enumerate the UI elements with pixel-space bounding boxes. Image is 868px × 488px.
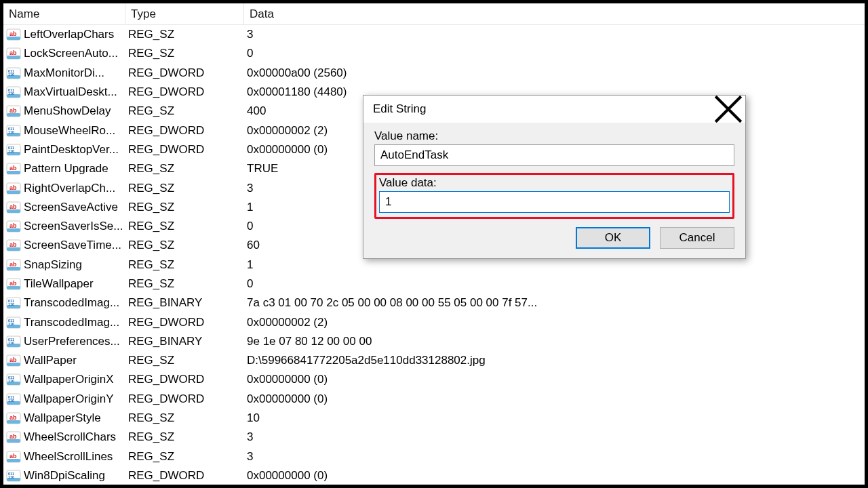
- svg-text:ab: ab: [9, 261, 17, 268]
- value-name: ScreenSaverIsSe...: [24, 220, 125, 233]
- svg-text:ab: ab: [9, 184, 17, 191]
- svg-text:110: 110: [8, 398, 14, 402]
- value-data-field[interactable]: [379, 191, 730, 213]
- value-data-label: Value data:: [379, 176, 730, 190]
- value-data: 10: [244, 411, 865, 425]
- svg-text:ab: ab: [9, 165, 17, 171]
- value-name: MouseWheelRo...: [24, 124, 125, 138]
- value-type: REG_DWORD: [125, 373, 244, 386]
- value-data: 3: [244, 450, 865, 464]
- value-name: LeftOverlapChars: [24, 28, 125, 41]
- value-name: UserPreferences...: [24, 335, 125, 348]
- value-type: REG_SZ: [125, 28, 244, 41]
- svg-text:110: 110: [8, 129, 14, 134]
- value-type: REG_SZ: [125, 220, 244, 233]
- svg-text:ab: ab: [9, 453, 17, 460]
- registry-value-row[interactable]: ab WheelScrollCharsREG_SZ3: [3, 428, 865, 447]
- value-name: Win8DpiScaling: [24, 469, 125, 483]
- string-value-icon: ab: [6, 163, 21, 175]
- string-value-icon: ab: [6, 28, 21, 41]
- value-type: REG_DWORD: [125, 392, 244, 406]
- cancel-button[interactable]: Cancel: [660, 227, 734, 249]
- binary-value-icon: 011 110: [6, 297, 21, 309]
- value-type: REG_SZ: [125, 258, 244, 272]
- string-value-icon: ab: [6, 451, 21, 463]
- svg-text:ab: ab: [9, 222, 17, 229]
- binary-value-icon: 011 110: [6, 393, 21, 405]
- value-name: ScreenSaveTime...: [24, 239, 125, 252]
- value-name-field: [374, 144, 734, 166]
- value-type: REG_DWORD: [125, 469, 244, 483]
- string-value-icon: ab: [6, 182, 21, 195]
- svg-text:ab: ab: [9, 49, 17, 56]
- value-name: WallPaper: [24, 354, 125, 367]
- binary-value-icon: 011 110: [6, 470, 21, 482]
- value-type: REG_SZ: [125, 411, 244, 425]
- value-name: TileWallpaper: [24, 277, 125, 291]
- value-type: REG_SZ: [125, 104, 244, 118]
- value-type: REG_BINARY: [125, 335, 244, 348]
- registry-value-row[interactable]: 011 110 MaxMonitorDi...REG_DWORD0x00000a…: [3, 64, 865, 83]
- registry-value-row[interactable]: 011 110 UserPreferences...REG_BINARY9e 1…: [3, 332, 865, 351]
- value-type: REG_DWORD: [125, 66, 244, 80]
- string-value-icon: ab: [6, 354, 21, 367]
- value-data: 0x00000000 (0): [244, 373, 865, 386]
- svg-text:110: 110: [8, 72, 14, 76]
- value-name: WallpaperOriginX: [24, 373, 125, 386]
- registry-value-row[interactable]: ab WheelScrollLinesREG_SZ3: [3, 447, 865, 466]
- string-value-icon: ab: [6, 220, 21, 232]
- value-name: RightOverlapCh...: [24, 182, 125, 195]
- binary-value-icon: 011 110: [6, 67, 21, 79]
- value-name: LockScreenAuto...: [24, 47, 125, 60]
- registry-value-row[interactable]: ab LeftOverlapCharsREG_SZ3: [3, 25, 865, 44]
- value-name: PaintDesktopVer...: [24, 143, 125, 157]
- value-name: WallpaperOriginY: [24, 392, 125, 406]
- registry-value-row[interactable]: 011 110 WallpaperOriginXREG_DWORD0x00000…: [3, 370, 865, 389]
- svg-text:110: 110: [8, 321, 14, 325]
- column-header-name[interactable]: Name: [3, 3, 125, 24]
- string-value-icon: ab: [6, 47, 21, 60]
- value-data-highlight: Value data:: [374, 173, 734, 219]
- registry-value-row[interactable]: ab TileWallpaperREG_SZ0: [3, 274, 865, 293]
- registry-value-row[interactable]: 011 110 WallpaperOriginYREG_DWORD0x00000…: [3, 390, 865, 409]
- value-type: REG_SZ: [125, 277, 244, 291]
- value-type: REG_SZ: [125, 430, 244, 444]
- registry-value-row[interactable]: ab WallpaperStyleREG_SZ10: [3, 409, 865, 428]
- value-data: 0: [244, 47, 865, 60]
- column-header-data[interactable]: Data: [244, 3, 865, 24]
- value-name: MenuShowDelay: [24, 104, 125, 118]
- registry-value-row[interactable]: ab LockScreenAuto...REG_SZ0: [3, 44, 865, 63]
- value-name: WheelScrollChars: [24, 430, 125, 444]
- value-data: 3: [244, 28, 865, 41]
- value-name: WheelScrollLines: [24, 450, 125, 464]
- close-icon[interactable]: [711, 96, 745, 123]
- svg-text:110: 110: [8, 302, 14, 306]
- svg-text:ab: ab: [9, 203, 17, 210]
- svg-text:110: 110: [8, 148, 14, 152]
- value-name: Pattern Upgrade: [24, 162, 125, 176]
- column-header-type[interactable]: Type: [125, 3, 244, 24]
- registry-value-row[interactable]: 011 110 Win8DpiScalingREG_DWORD0x0000000…: [3, 466, 865, 485]
- value-name: TranscodedImag...: [24, 296, 125, 310]
- value-data: 1: [244, 258, 865, 272]
- value-type: REG_DWORD: [125, 85, 244, 99]
- value-data: 0: [244, 277, 865, 291]
- svg-text:110: 110: [8, 92, 14, 96]
- registry-value-row[interactable]: ab WallPaperREG_SZD:\59966841772205a2d5e…: [3, 351, 865, 370]
- value-data: 0x00000000 (0): [244, 469, 865, 483]
- ok-button[interactable]: OK: [576, 227, 650, 249]
- binary-value-icon: 011 110: [6, 125, 21, 137]
- string-value-icon: ab: [6, 278, 21, 290]
- value-name: ScreenSaveActive: [24, 201, 125, 214]
- value-name: MaxMonitorDi...: [24, 66, 125, 80]
- value-name-label: Value name:: [374, 129, 734, 143]
- value-type: REG_SZ: [125, 162, 244, 176]
- value-type: REG_SZ: [125, 182, 244, 195]
- registry-value-row[interactable]: 011 110 TranscodedImag...REG_DWORD0x0000…: [3, 312, 865, 331]
- registry-value-row[interactable]: 011 110 TranscodedImag...REG_BINARY7a c3…: [3, 293, 865, 312]
- value-type: REG_SZ: [125, 239, 244, 252]
- svg-text:ab: ab: [9, 30, 17, 37]
- value-type: REG_DWORD: [125, 124, 244, 138]
- column-headers: Name Type Data: [3, 3, 865, 25]
- svg-text:110: 110: [8, 379, 14, 383]
